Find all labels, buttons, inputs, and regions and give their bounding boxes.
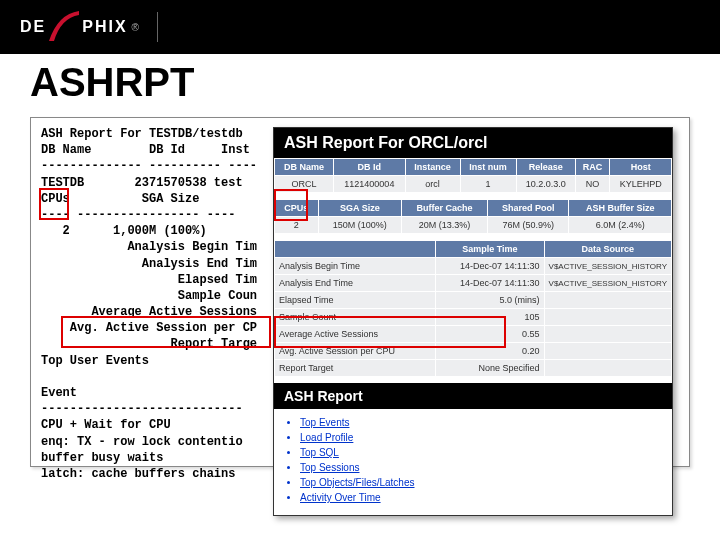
td: 105: [436, 309, 544, 326]
td: 0.20: [436, 343, 544, 360]
td: ORCL: [275, 176, 334, 193]
brand-bar: DE PHIX ®: [0, 0, 720, 54]
td: 0.55: [436, 326, 544, 343]
th-sga: SGA Size: [318, 200, 401, 217]
td: 76M (50.9%): [488, 217, 569, 234]
td: V$ACTIVE_SESSION_HISTORY: [544, 275, 671, 292]
link-top-objects[interactable]: Top Objects/Files/Latches: [300, 475, 672, 490]
th-release: Release: [516, 159, 575, 176]
th-db-id: DB Id: [334, 159, 405, 176]
logo-text-right: PHIX: [82, 18, 127, 36]
td: [544, 309, 671, 326]
overlay-title: ASH Report For ORCL/orcl: [274, 128, 672, 158]
td: 1121400004: [334, 176, 405, 193]
td: orcl: [405, 176, 460, 193]
td: Avg. Active Session per CPU: [275, 343, 436, 360]
td: Elapsed Time: [275, 292, 436, 309]
th-shared: Shared Pool: [488, 200, 569, 217]
logo: DE PHIX ®: [20, 11, 139, 43]
td: NO: [575, 176, 609, 193]
th-rac: RAC: [575, 159, 609, 176]
th-cpus: CPUs: [275, 200, 319, 217]
td: 2: [275, 217, 319, 234]
link-top-sessions[interactable]: Top Sessions: [300, 460, 672, 475]
td: 14-Dec-07 14:11:30: [436, 275, 544, 292]
th-datasource: Data Source: [544, 241, 671, 258]
analysis-table: Sample Time Data Source Analysis Begin T…: [274, 240, 672, 377]
link-top-events[interactable]: Top Events: [300, 415, 672, 430]
td: 150M (100%): [318, 217, 401, 234]
td: Sample Count: [275, 309, 436, 326]
td: [544, 292, 671, 309]
db-info-table: DB Name DB Id Instance Inst num Release …: [274, 158, 672, 193]
slide-title: ASHRPT: [30, 60, 690, 105]
overlay-subtitle: ASH Report: [274, 383, 672, 409]
td: Analysis End Time: [275, 275, 436, 292]
td: None Specified: [436, 360, 544, 377]
td: 14-Dec-07 14:11:30: [436, 258, 544, 275]
ash-html-report-overlay: ASH Report For ORCL/orcl DB Name DB Id I…: [273, 127, 673, 516]
td: [544, 360, 671, 377]
td: [544, 326, 671, 343]
logo-swoosh-icon: [48, 11, 80, 43]
th-instance: Instance: [405, 159, 460, 176]
td: 1: [460, 176, 516, 193]
td: 10.2.0.3.0: [516, 176, 575, 193]
th-instnum: Inst num: [460, 159, 516, 176]
td: KYLEHPD: [610, 176, 672, 193]
td: Analysis Begin Time: [275, 258, 436, 275]
resources-table: CPUs SGA Size Buffer Cache Shared Pool A…: [274, 199, 672, 234]
td: 5.0 (mins): [436, 292, 544, 309]
link-top-sql[interactable]: Top SQL: [300, 445, 672, 460]
td: [544, 343, 671, 360]
td: 20M (13.3%): [402, 217, 488, 234]
td: Average Active Sessions: [275, 326, 436, 343]
td: V$ACTIVE_SESSION_HISTORY: [544, 258, 671, 275]
td: 6.0M (2.4%): [569, 217, 672, 234]
logo-text-left: DE: [20, 18, 46, 36]
th-db-name: DB Name: [275, 159, 334, 176]
th-host: Host: [610, 159, 672, 176]
td: Report Target: [275, 360, 436, 377]
th-buffer: Buffer Cache: [402, 200, 488, 217]
th-sampletime: Sample Time: [436, 241, 544, 258]
logo-divider: [157, 12, 158, 42]
report-links-list: Top Events Load Profile Top SQL Top Sess…: [274, 409, 672, 511]
th-ashbuf: ASH Buffer Size: [569, 200, 672, 217]
th-blank: [275, 241, 436, 258]
link-activity-over-time[interactable]: Activity Over Time: [300, 490, 672, 505]
link-load-profile[interactable]: Load Profile: [300, 430, 672, 445]
